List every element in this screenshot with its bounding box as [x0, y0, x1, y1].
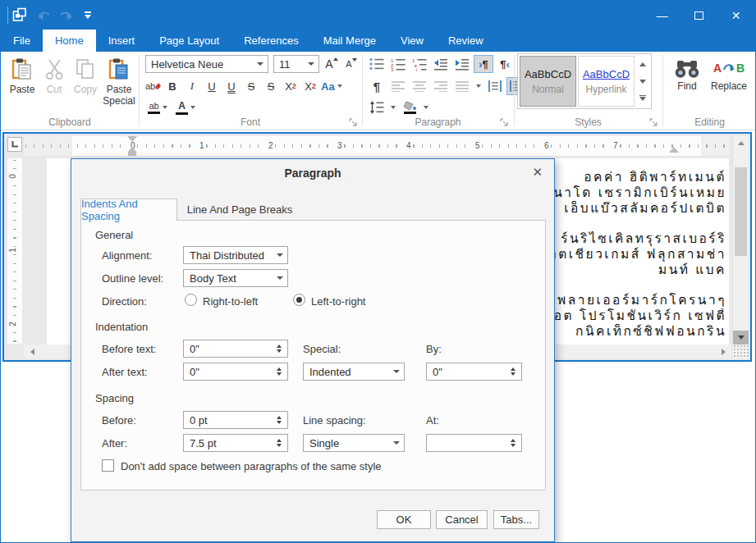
scroll-down-icon[interactable]: [733, 331, 749, 345]
line-spacing-icon[interactable]: [367, 98, 387, 116]
italic-button[interactable]: I: [183, 77, 201, 95]
font-color-button[interactable]: A: [173, 98, 198, 116]
ok-button[interactable]: OK: [377, 510, 431, 529]
redo-icon[interactable]: [58, 6, 73, 25]
spin-up-icon[interactable]: [511, 439, 515, 442]
font-name-combobox[interactable]: Helvetica Neue: [145, 55, 268, 73]
style-item-hyperlink[interactable]: AaBbCcD Hyperlink: [578, 56, 635, 107]
shading-dropdown-icon[interactable]: [421, 98, 431, 116]
spin-up-icon[interactable]: [277, 439, 282, 442]
spin-up-icon[interactable]: [277, 345, 282, 348]
radio-right-to-left[interactable]: [185, 294, 197, 306]
spin-down-icon[interactable]: [277, 372, 282, 376]
copy-button[interactable]: Copy: [70, 55, 101, 116]
tab-stop-selector[interactable]: [7, 137, 22, 152]
align-right-icon[interactable]: [431, 77, 451, 95]
gallery-scroll-down-icon[interactable]: [635, 73, 649, 90]
gallery-scroll-up-icon[interactable]: [635, 56, 649, 73]
minimize-button[interactable]: —: [644, 1, 680, 30]
radio-left-to-right[interactable]: [293, 294, 305, 306]
grow-font-button[interactable]: A: [323, 55, 341, 73]
tab-review[interactable]: Review: [436, 30, 496, 52]
right-indent-marker[interactable]: [669, 147, 679, 153]
style-item-normal[interactable]: AaBbCcD Normal: [520, 56, 576, 107]
tab-view[interactable]: View: [388, 30, 436, 52]
bullet-list-icon[interactable]: [367, 55, 387, 73]
shrink-font-button[interactable]: A: [342, 55, 360, 73]
font-dialog-launcher-icon[interactable]: [349, 117, 359, 127]
at-spinner[interactable]: [426, 434, 522, 452]
tab-home[interactable]: Home: [43, 30, 96, 52]
superscript-button[interactable]: X2: [282, 77, 300, 95]
undo-icon[interactable]: [37, 6, 52, 25]
spacing-after-spinner[interactable]: 7.5 pt: [183, 434, 288, 452]
show-formatting-marks-icon[interactable]: ¶: [367, 77, 387, 95]
paste-special-button[interactable]: Paste Special: [101, 55, 137, 116]
cut-button[interactable]: Cut: [40, 55, 68, 116]
scroll-right-icon[interactable]: [717, 345, 730, 358]
after-text-spinner[interactable]: 0": [183, 363, 288, 381]
paragraph-dialog-launcher-icon[interactable]: [500, 117, 510, 127]
line-spacing-combobox[interactable]: Single: [303, 434, 405, 452]
maximize-button[interactable]: [680, 1, 717, 30]
dont-add-space-checkbox[interactable]: [102, 459, 114, 472]
spin-down-icon[interactable]: [277, 444, 282, 447]
paragraph-spacing-icon[interactable]: [485, 77, 505, 95]
vertical-scroll-thumb[interactable]: [735, 167, 747, 256]
right-to-left-label[interactable]: Right-to-left: [203, 295, 258, 308]
spin-down-icon[interactable]: [511, 444, 515, 447]
scroll-up-icon[interactable]: [733, 136, 749, 149]
spin-down-icon[interactable]: [277, 349, 282, 353]
tab-file[interactable]: File: [1, 30, 43, 52]
hanging-indent-marker[interactable]: [127, 147, 137, 153]
special-combobox[interactable]: Indented: [303, 363, 405, 381]
multilevel-list-icon[interactable]: 1ai: [410, 55, 429, 73]
dialog-close-icon[interactable]: ✕: [532, 165, 543, 180]
tab-line-and-page-breaks[interactable]: Line And Page Breaks: [177, 199, 302, 220]
quick-access-dropdown-icon[interactable]: [85, 6, 91, 25]
increase-indent-icon[interactable]: [452, 55, 472, 73]
first-line-indent-marker[interactable]: [127, 136, 137, 142]
tabs-button[interactable]: Tabs...: [493, 510, 539, 529]
tab-indents-and-spacing[interactable]: Indents And Spacing: [80, 198, 177, 221]
justify-icon[interactable]: [452, 77, 472, 95]
bold-button[interactable]: B: [163, 77, 181, 95]
double-underline-button[interactable]: U: [222, 77, 241, 95]
close-button[interactable]: ✕: [717, 1, 754, 30]
replace-button[interactable]: A B Replace: [705, 56, 753, 92]
underline-button[interactable]: U: [203, 77, 221, 95]
vertical-scrollbar[interactable]: [732, 136, 749, 345]
change-case-button[interactable]: Aa: [321, 77, 342, 95]
tab-page-layout[interactable]: Page Layout: [147, 30, 231, 52]
cancel-button[interactable]: Cancel: [436, 510, 488, 529]
tab-mail-merge[interactable]: Mail Merge: [311, 30, 388, 52]
dont-add-space-label[interactable]: Don't add space between paragraphs of th…: [121, 460, 382, 472]
spin-down-icon[interactable]: [277, 421, 282, 424]
align-center-icon[interactable]: [410, 77, 429, 95]
spin-up-icon[interactable]: [277, 367, 282, 371]
subscript-button[interactable]: X2: [301, 77, 319, 95]
left-to-right-label[interactable]: Left-to-right: [311, 295, 365, 308]
spin-down-icon[interactable]: [511, 372, 515, 376]
clear-formatting-button[interactable]: ab: [144, 77, 162, 95]
before-text-spinner[interactable]: 0": [183, 340, 288, 358]
left-indent-marker[interactable]: [128, 153, 136, 156]
alignment-dropdown-icon[interactable]: [474, 77, 483, 95]
spacing-before-spinner[interactable]: 0 pt: [183, 411, 288, 429]
gallery-expand-icon[interactable]: [635, 89, 649, 107]
vertical-ruler[interactable]: 0 1 2: [7, 158, 22, 344]
double-strikethrough-button[interactable]: S: [262, 77, 280, 95]
tab-insert[interactable]: Insert: [96, 30, 148, 52]
line-spacing-dropdown-icon[interactable]: [388, 98, 398, 116]
alignment-combobox[interactable]: Thai Distributed: [183, 246, 288, 264]
styles-dialog-launcher-icon[interactable]: [649, 117, 659, 127]
right-to-left-paragraph-icon[interactable]: ¶‹: [495, 55, 515, 73]
find-button[interactable]: Find: [669, 56, 705, 92]
outline-level-combobox[interactable]: Body Text: [183, 269, 288, 287]
align-left-icon[interactable]: [388, 77, 408, 95]
strikethrough-button[interactable]: S: [242, 77, 260, 95]
spin-up-icon[interactable]: [511, 367, 515, 371]
paste-button[interactable]: Paste: [6, 55, 39, 116]
horizontal-ruler[interactable]: 0 1 2 3 4 5 6 7: [24, 136, 730, 156]
left-to-right-paragraph-icon[interactable]: ›¶: [474, 55, 493, 73]
